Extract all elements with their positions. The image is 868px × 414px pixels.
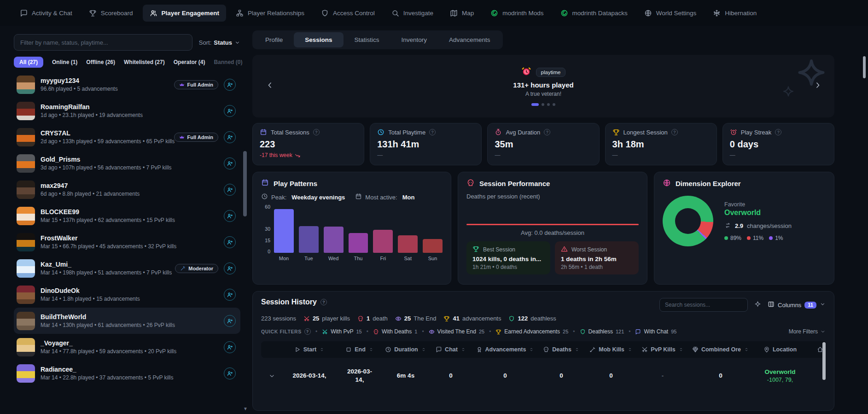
view-profile-button[interactable] bbox=[224, 79, 236, 91]
col-header-pvp-kills[interactable]: PvP Kills bbox=[637, 346, 688, 353]
player-row-myyguy1234[interactable]: myyguy123496.6h played • 5 advancementsF… bbox=[14, 71, 240, 98]
quick-filter-deathless[interactable]: Deathless121 bbox=[580, 328, 624, 335]
view-profile-button[interactable] bbox=[224, 236, 236, 248]
view-profile-button[interactable] bbox=[224, 341, 236, 353]
more-filters-button[interactable]: More Filters bbox=[789, 328, 826, 335]
scroll-down-arrow[interactable]: ▼ bbox=[243, 406, 248, 411]
carousel-dot-1[interactable] bbox=[531, 103, 539, 106]
nav-access-control[interactable]: Access Control bbox=[314, 5, 382, 22]
player-row-crys7al[interactable]: CRYS7AL2d ago • 133h played • 59 advance… bbox=[14, 124, 240, 150]
tab-sessions[interactable]: Sessions bbox=[294, 32, 343, 47]
quick-filter-with-chat[interactable]: With Chat95 bbox=[635, 328, 676, 335]
help-icon[interactable]: ? bbox=[671, 129, 678, 135]
quick-filter-with-deaths[interactable]: With Deaths1 bbox=[373, 328, 417, 335]
help-icon[interactable]: ? bbox=[429, 129, 436, 135]
quick-filter-with-pvp[interactable]: With PvP15 bbox=[322, 328, 362, 335]
tab-statistics[interactable]: Statistics bbox=[344, 32, 390, 47]
col-header-end[interactable]: End bbox=[337, 346, 383, 353]
col-header-duration[interactable]: Duration bbox=[383, 346, 429, 353]
view-profile-button[interactable] bbox=[224, 184, 236, 196]
most-active-label: Most active: bbox=[365, 194, 397, 201]
help-icon[interactable]: ? bbox=[304, 328, 311, 335]
col-header-advancements[interactable]: Advancements bbox=[473, 346, 537, 353]
quick-filter-earned-advancements[interactable]: Earned Advancements25 bbox=[495, 328, 568, 335]
help-icon[interactable]: ? bbox=[775, 129, 781, 135]
help-icon[interactable]: ? bbox=[313, 129, 320, 135]
filter-chip-banned-0[interactable]: Banned (0) bbox=[214, 59, 242, 65]
alarm-icon bbox=[730, 128, 737, 136]
filter-chip-whitelisted-27[interactable]: Whitelisted (27) bbox=[124, 59, 165, 65]
quick-filter-count: 25 bbox=[563, 329, 568, 334]
page-scrollbar-thumb[interactable] bbox=[863, 56, 866, 78]
nav-scoreboard[interactable]: Scoreboard bbox=[82, 5, 140, 22]
col-header-deaths[interactable]: Deaths bbox=[537, 346, 585, 353]
filter-chip-operator-4[interactable]: Operator (4) bbox=[174, 59, 205, 65]
col-header-combined-ore[interactable]: Combined Ore bbox=[688, 346, 753, 353]
summary-stat-label: The End bbox=[414, 315, 436, 322]
player-row-blockee99[interactable]: BLOCKEE99Mar 15 • 137h played • 62 advan… bbox=[14, 203, 240, 229]
carousel-dot-2[interactable] bbox=[542, 103, 544, 106]
sparkle-icon[interactable] bbox=[754, 301, 761, 309]
view-profile-button[interactable] bbox=[224, 315, 236, 327]
view-profile-button[interactable] bbox=[224, 289, 236, 301]
skull-icon bbox=[373, 329, 379, 335]
quick-filter-visited-the-end[interactable]: Visited The End25 bbox=[429, 328, 485, 335]
view-profile-button[interactable] bbox=[224, 210, 236, 222]
tab-inventory[interactable]: Inventory bbox=[390, 32, 438, 47]
view-profile-button[interactable] bbox=[224, 367, 236, 379]
nav-modrinth-datapacks[interactable]: modrinth Datapacks bbox=[553, 5, 635, 22]
cell-chat: 0 bbox=[429, 372, 473, 380]
carousel-dot-4[interactable] bbox=[553, 103, 555, 106]
bar-label: Fri bbox=[380, 256, 386, 261]
nav-player-engagement[interactable]: Player Engagement bbox=[143, 5, 226, 22]
col-header-mob-kills[interactable]: Mob Kills bbox=[585, 346, 637, 353]
session-row[interactable]: 2026-03-14,2026-03-14,6m 4s0000-0Overwor… bbox=[261, 358, 826, 394]
nav-hibernation[interactable]: Hibernation bbox=[706, 5, 763, 22]
table-scrollbar-thumb[interactable] bbox=[822, 342, 826, 380]
col-header-chat[interactable]: Chat bbox=[429, 346, 473, 353]
nav-map[interactable]: Map bbox=[443, 5, 481, 22]
player-row-buildtheworld[interactable]: BuildTheWorldMar 14 • 130h played • 61 a… bbox=[14, 308, 240, 334]
player-row-radiancee[interactable]: Radiancee_Mar 14 • 22.8h played • 37 adv… bbox=[14, 360, 240, 386]
columns-button[interactable]: Columns 11 bbox=[768, 301, 826, 309]
nav-player-relationships[interactable]: Player Relationships bbox=[229, 5, 311, 22]
sidebar-scrollbar-thumb[interactable] bbox=[243, 151, 247, 216]
player-filter-input[interactable] bbox=[14, 34, 192, 51]
help-icon[interactable]: ? bbox=[320, 299, 327, 305]
nav-modrinth-mods[interactable]: modrinth Mods bbox=[484, 5, 550, 22]
filter-chip-all-27[interactable]: All (27) bbox=[14, 57, 43, 68]
player-row-dinodudeok[interactable]: DinoDudeOkMar 14 • 1.8h played • 15 adva… bbox=[14, 281, 240, 308]
nav-label: Activity & Chat bbox=[32, 10, 72, 17]
filter-chip-online-1[interactable]: Online (1) bbox=[52, 59, 77, 65]
tab-profile[interactable]: Profile bbox=[254, 32, 294, 47]
role-badge-label: Full Admin bbox=[187, 82, 213, 87]
help-icon[interactable]: ? bbox=[544, 129, 550, 135]
player-name: myyguy1234 bbox=[41, 77, 118, 85]
player-row-max2947[interactable]: max29476d ago • 8.8h played • 21 advance… bbox=[14, 176, 240, 203]
col-header-location[interactable]: Location bbox=[753, 346, 807, 353]
col-header-start[interactable]: Start bbox=[282, 346, 337, 353]
tab-advancements[interactable]: Advancements bbox=[438, 32, 501, 47]
view-profile-button[interactable] bbox=[224, 105, 236, 117]
player-row-voyager[interactable]: _Voyager_Mar 14 • 77.8h played • 59 adva… bbox=[14, 334, 240, 360]
player-meta: Mar 14 • 1.8h played • 15 advancements bbox=[41, 296, 140, 302]
nav-activity-chat[interactable]: Activity & Chat bbox=[13, 5, 79, 22]
view-profile-button[interactable] bbox=[224, 262, 236, 274]
sidebar-toolbar: Sort: Status bbox=[14, 34, 240, 51]
carousel-title: 131+ hours played bbox=[513, 81, 573, 89]
player-avatar bbox=[17, 102, 35, 120]
session-search-input[interactable] bbox=[659, 298, 748, 312]
users-icon bbox=[150, 9, 157, 17]
player-row-kaz-umi[interactable]: Kaz_Umi_Mar 14 • 198h played • 51 advanc… bbox=[14, 255, 240, 281]
view-profile-button[interactable] bbox=[224, 131, 236, 143]
bar-mon: Mon bbox=[274, 207, 294, 253]
filter-chip-offline-26[interactable]: Offline (26) bbox=[86, 59, 115, 65]
view-profile-button[interactable] bbox=[224, 157, 236, 169]
nav-world-settings[interactable]: World Settings bbox=[637, 5, 704, 22]
sort-control[interactable]: Sort: Status bbox=[199, 39, 240, 46]
player-row-frostwalker[interactable]: FrostWalkerMar 15 • 66.7h played • 45 ad… bbox=[14, 229, 240, 255]
player-row-roamingrailfan[interactable]: RoamingRailfan1d ago • 23.1h played • 19… bbox=[14, 98, 240, 124]
nav-investigate[interactable]: Investigate bbox=[384, 5, 440, 22]
carousel-dot-3[interactable] bbox=[547, 103, 550, 106]
player-row-gold-prisms[interactable]: Gold_Prisms3d ago • 107h played • 56 adv… bbox=[14, 150, 240, 176]
